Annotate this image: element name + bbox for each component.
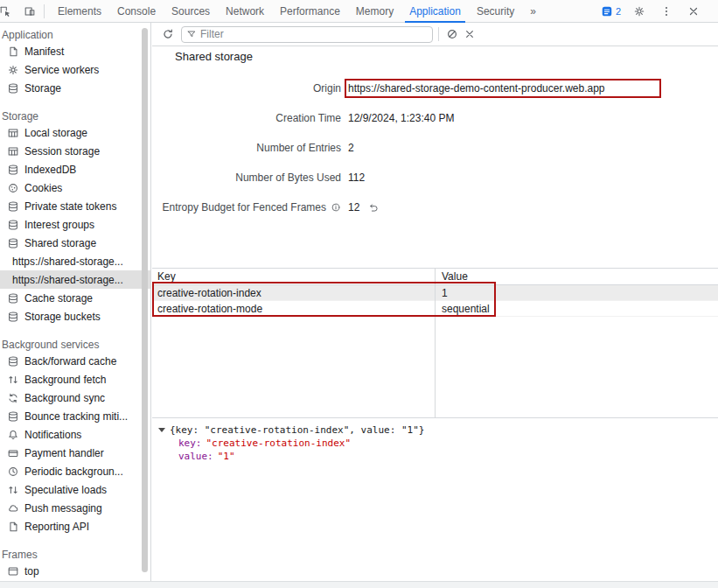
sidebar-item-interest-groups[interactable]: Interest groups xyxy=(0,215,150,234)
delete-selected-button[interactable] xyxy=(461,25,478,43)
sidebar-item-cookies[interactable]: Cookies xyxy=(0,178,150,197)
sidebar-item-background-fetch[interactable]: Background fetch xyxy=(0,370,150,388)
field-label: Creation Time xyxy=(275,112,341,124)
cell-key: creative-rotation-mode xyxy=(152,303,435,315)
filter-input-box[interactable] xyxy=(181,26,433,43)
kebab-menu-icon[interactable] xyxy=(658,3,675,20)
sidebar-item-label: Storage xyxy=(24,82,61,94)
column-divider[interactable] xyxy=(435,269,436,417)
sidebar-item-label: https://shared-storage... xyxy=(12,274,123,286)
tab-console[interactable]: Console xyxy=(109,0,164,23)
column-header-key[interactable]: Key xyxy=(152,270,435,283)
sidebar-item-manifest[interactable]: Manifest xyxy=(0,42,150,60)
tab-memory[interactable]: Memory xyxy=(348,0,401,23)
sidebar-item-background-sync[interactable]: Background sync xyxy=(0,388,150,407)
sidebar-item-shared-storage-origin-2[interactable]: https://shared-storage... xyxy=(0,270,150,289)
cloud-icon xyxy=(7,502,19,514)
reset-budget-button[interactable] xyxy=(366,200,380,214)
tab-performance[interactable]: Performance xyxy=(272,0,348,23)
column-header-value[interactable]: Value xyxy=(435,270,718,283)
preview-entry: key:"creative-rotation-index" xyxy=(157,437,718,450)
sidebar-item-label: Speculative loads xyxy=(24,484,107,496)
close-icon xyxy=(464,28,476,40)
tab-network[interactable]: Network xyxy=(218,0,272,23)
refresh-button[interactable] xyxy=(159,25,177,43)
info-icon[interactable] xyxy=(331,202,341,213)
sidebar-item-label: Interest groups xyxy=(24,219,94,231)
sidebar-item-label: Private state tokens xyxy=(24,200,116,213)
tab-label: Performance xyxy=(280,5,340,18)
sidebar-item-label: Cache storage xyxy=(24,292,93,304)
sidebar-item-top-frame[interactable]: top xyxy=(0,562,150,580)
issues-badge[interactable]: 2 xyxy=(601,5,621,18)
sidebar-item-label: Session storage xyxy=(24,145,100,158)
settings-gear-icon[interactable] xyxy=(631,3,648,20)
sidebar-item-speculative-loads[interactable]: Speculative loads xyxy=(0,480,150,499)
sidebar-item-private-state-tokens[interactable]: Private state tokens xyxy=(0,197,150,215)
preview-key-name: value: xyxy=(178,451,213,462)
sidebar-item-periodic-background-sync[interactable]: Periodic backgroun... xyxy=(0,462,150,480)
sidebar-item-storage-buckets[interactable]: Storage buckets xyxy=(0,307,150,326)
sidebar-item-notifications[interactable]: Notifications xyxy=(0,425,150,444)
sidebar-item-label: top xyxy=(24,565,39,578)
sync-icon xyxy=(7,392,19,404)
clear-all-button[interactable] xyxy=(443,25,461,43)
sidebar-item-push-messaging[interactable]: Push messaging xyxy=(0,499,150,517)
expand-triangle-icon[interactable] xyxy=(158,428,165,432)
entry-preview-pane: {key: "creative-rotation-index", value: … xyxy=(152,417,718,581)
tab-application[interactable]: Application xyxy=(401,0,469,23)
sidebar-item-storage[interactable]: Storage xyxy=(0,79,150,97)
sidebar-item-shared-storage[interactable]: Shared storage xyxy=(0,234,150,252)
field-label: Number of Entries xyxy=(256,142,341,154)
issues-count: 2 xyxy=(616,6,621,17)
inspect-cursor-icon[interactable] xyxy=(0,3,14,20)
sidebar-item-indexeddb[interactable]: IndexedDB xyxy=(0,160,150,178)
field-value: 12 xyxy=(348,201,359,214)
chevron-overflow-icon: » xyxy=(530,5,536,18)
cell-value: 1 xyxy=(435,287,718,299)
sidebar-item-label: Local storage xyxy=(24,127,87,139)
sidebar-scrollbar[interactable] xyxy=(141,26,149,578)
sidebar-item-session-storage[interactable]: Session storage xyxy=(0,142,150,160)
field-value: 112 xyxy=(348,172,365,184)
sidebar-item-payment-handler[interactable]: Payment handler xyxy=(0,444,150,462)
sidebar-item-label: Push messaging xyxy=(24,502,102,514)
sidebar-item-label: Background sync xyxy=(24,392,105,404)
page-title: Shared storage xyxy=(175,50,253,63)
database-icon xyxy=(7,292,19,304)
preview-key-name: key: xyxy=(178,438,202,449)
bottom-scrollbar-track[interactable] xyxy=(0,581,718,588)
field-label: Number of Bytes Used xyxy=(235,172,341,184)
sidebar-item-label: Bounce tracking miti... xyxy=(24,410,128,423)
device-toolbar-icon[interactable] xyxy=(21,3,38,20)
tab-sources[interactable]: Sources xyxy=(164,0,218,23)
sidebar-item-cache-storage[interactable]: Cache storage xyxy=(0,289,150,307)
close-devtools-icon[interactable] xyxy=(685,3,702,20)
table-icon xyxy=(7,145,19,158)
up-down-arrows-icon xyxy=(7,484,19,496)
sidebar-item-shared-storage-origin-1[interactable]: https://shared-storage... xyxy=(0,252,150,270)
sidebar-item-reporting-api[interactable]: Reporting API xyxy=(0,517,150,536)
cell-key: creative-rotation-index xyxy=(152,287,435,299)
up-down-arrows-icon xyxy=(7,374,19,386)
sidebar-item-local-storage[interactable]: Local storage xyxy=(0,123,150,142)
sidebar-item-label: Periodic backgroun... xyxy=(24,466,123,478)
tab-security[interactable]: Security xyxy=(469,0,522,23)
sidebar-item-label: Back/forward cache xyxy=(24,355,116,368)
field-row-creation-time: Creation Time 12/9/2024, 1:23:40 PM xyxy=(152,103,718,133)
sidebar-item-service-workers[interactable]: Service workers xyxy=(0,60,150,79)
preview-key-value: "creative-rotation-index" xyxy=(206,438,352,449)
filter-input[interactable] xyxy=(200,28,428,40)
database-icon xyxy=(7,200,19,213)
sidebar-item-bounce-tracking[interactable]: Bounce tracking miti... xyxy=(0,407,150,425)
scrollbar-thumb[interactable] xyxy=(142,28,148,572)
frame-icon xyxy=(7,565,19,578)
sidebar-item-label: Notifications xyxy=(24,429,81,441)
tab-label: Console xyxy=(117,5,156,18)
more-tabs-button[interactable]: » xyxy=(522,0,544,23)
tab-elements[interactable]: Elements xyxy=(50,0,109,23)
funnel-filter-icon xyxy=(186,29,197,39)
service-worker-icon xyxy=(7,64,19,76)
sidebar-item-back-forward-cache[interactable]: Back/forward cache xyxy=(0,352,150,370)
preview-root-node[interactable]: {key: "creative-rotation-index", value: … xyxy=(157,424,718,437)
